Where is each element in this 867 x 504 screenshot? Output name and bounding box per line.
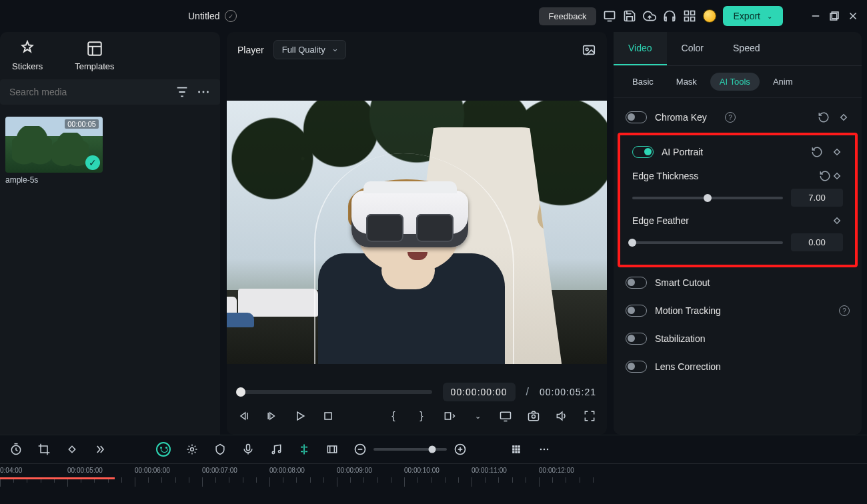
ruler-mark: 00:00:10:00 [404, 467, 472, 474]
track-layers-icon[interactable] [510, 443, 523, 456]
svg-marker-22 [297, 412, 304, 420]
window-close-icon[interactable] [847, 10, 859, 22]
keyframe-icon[interactable] [831, 170, 843, 182]
search-input[interactable] [9, 87, 168, 97]
current-timecode: 00:00:00:00 [443, 383, 516, 401]
brace-right-icon[interactable]: } [415, 409, 428, 423]
split-icon[interactable] [297, 443, 311, 456]
subtab-basic[interactable]: Basic [623, 73, 663, 91]
headphones-icon[interactable] [663, 9, 676, 23]
svg-point-14 [203, 91, 205, 93]
svg-point-38 [278, 451, 280, 453]
tab-video[interactable]: Video [614, 32, 667, 65]
keyframe-icon[interactable] [838, 111, 850, 123]
more-icon[interactable] [196, 85, 211, 99]
sparkle-icon[interactable] [185, 443, 199, 456]
svg-point-37 [272, 451, 274, 453]
keyframe-icon[interactable] [831, 146, 843, 158]
subtab-mask[interactable]: Mask [667, 73, 706, 91]
music-icon[interactable] [269, 443, 283, 456]
overflow-icon[interactable] [538, 443, 551, 456]
camera-icon[interactable] [527, 409, 540, 423]
toggle-smart-cutout[interactable] [626, 277, 647, 289]
svg-rect-26 [529, 413, 539, 421]
brace-left-icon[interactable]: { [387, 409, 400, 423]
scrub-bar[interactable] [237, 390, 432, 394]
timer-icon[interactable] [9, 443, 23, 456]
aspect-icon[interactable] [443, 409, 456, 423]
stop-icon[interactable] [321, 409, 335, 423]
tab-speed[interactable]: Speed [718, 32, 774, 65]
more-chevrons-icon[interactable] [93, 443, 107, 456]
stickers-icon [19, 40, 36, 57]
toggle-stabilization[interactable] [626, 333, 647, 345]
zoom-out-icon[interactable] [353, 443, 367, 456]
export-button[interactable]: Export⌄ [723, 6, 783, 26]
subtab-anim[interactable]: Anim [764, 73, 802, 91]
ruler-mark: 00:00:09:00 [337, 467, 404, 474]
toggle-chroma-key[interactable] [626, 111, 647, 123]
timeline-ruler[interactable]: 0:04:00 00:00:05:00 00:00:06:00 00:00:07… [0, 463, 867, 504]
chevron-down-icon[interactable]: ⌄ [471, 409, 484, 423]
quality-select[interactable]: Full Quality [273, 40, 346, 59]
theme-sun-icon[interactable] [703, 9, 716, 23]
svg-point-13 [198, 91, 200, 93]
feedback-button[interactable]: Feedback [539, 7, 596, 25]
volume-icon[interactable] [555, 409, 568, 423]
mic-icon[interactable] [241, 443, 255, 456]
window-maximize-icon[interactable] [828, 10, 840, 22]
inspector-panel: Video Color Speed Basic Mask AI Tools An… [614, 32, 862, 435]
play-icon[interactable] [293, 409, 307, 423]
subtab-ai-tools[interactable]: AI Tools [710, 73, 760, 91]
fullscreen-icon[interactable] [583, 409, 596, 423]
svg-point-54 [540, 449, 542, 451]
reset-icon[interactable] [811, 146, 823, 158]
label-chroma-key: Chroma Key [655, 112, 721, 123]
svg-rect-4 [690, 17, 694, 21]
save-icon[interactable] [623, 9, 636, 23]
display-icon[interactable] [603, 9, 616, 23]
info-icon[interactable]: ? [839, 305, 850, 316]
scrub-playhead[interactable] [236, 387, 245, 397]
svg-rect-39 [327, 446, 336, 453]
video-preview[interactable] [227, 101, 607, 364]
snapshot-image-icon[interactable] [582, 43, 596, 57]
label-stabilization: Stabilization [655, 333, 850, 344]
step-back-icon[interactable] [265, 409, 279, 423]
row-motion-tracking: Motion Tracking ? [614, 297, 862, 325]
label-ai-portrait: AI Portrait [662, 147, 803, 157]
export-label: Export [734, 11, 760, 21]
slider-edge-feather[interactable] [632, 241, 783, 244]
slider-edge-thickness[interactable] [632, 197, 783, 199]
keyframe-icon[interactable] [831, 215, 843, 227]
speed-icon[interactable] [65, 443, 79, 456]
info-icon[interactable]: ? [725, 112, 736, 123]
svg-marker-18 [241, 413, 245, 419]
display-out-icon[interactable] [499, 409, 512, 423]
prev-frame-icon[interactable] [237, 409, 251, 423]
tab-templates[interactable]: Templates [75, 40, 114, 71]
cloud-icon[interactable] [643, 9, 656, 23]
tab-stickers[interactable]: Stickers [12, 40, 43, 71]
media-clip[interactable]: 00:00:05 ✓ ample-5s [5, 117, 103, 185]
marker-icon[interactable] [213, 443, 227, 456]
toggle-ai-portrait[interactable] [632, 146, 654, 158]
reset-icon[interactable] [818, 111, 830, 123]
toggle-lens-correction[interactable] [626, 361, 647, 373]
face-effects-icon[interactable] [156, 442, 171, 457]
svg-point-56 [547, 449, 549, 451]
filter-icon[interactable] [175, 85, 189, 99]
window-minimize-icon[interactable] [810, 10, 822, 22]
svg-rect-10 [88, 42, 101, 55]
toggle-motion-tracking[interactable] [626, 305, 647, 317]
zoom-in-icon[interactable] [454, 443, 467, 456]
ai-portrait-highlight: AI Portrait Edge Thickness 7.00 [618, 133, 858, 267]
value-edge-feather[interactable]: 0.00 [791, 233, 843, 251]
topbar: Untitled ✓ Feedback Export⌄ [0, 0, 867, 32]
zoom-slider[interactable] [373, 448, 447, 451]
apps-grid-icon[interactable] [683, 9, 696, 23]
frame-icon[interactable] [325, 443, 339, 456]
value-edge-thickness[interactable]: 7.00 [791, 189, 843, 207]
crop-icon[interactable] [37, 443, 51, 456]
tab-color[interactable]: Color [667, 32, 718, 65]
